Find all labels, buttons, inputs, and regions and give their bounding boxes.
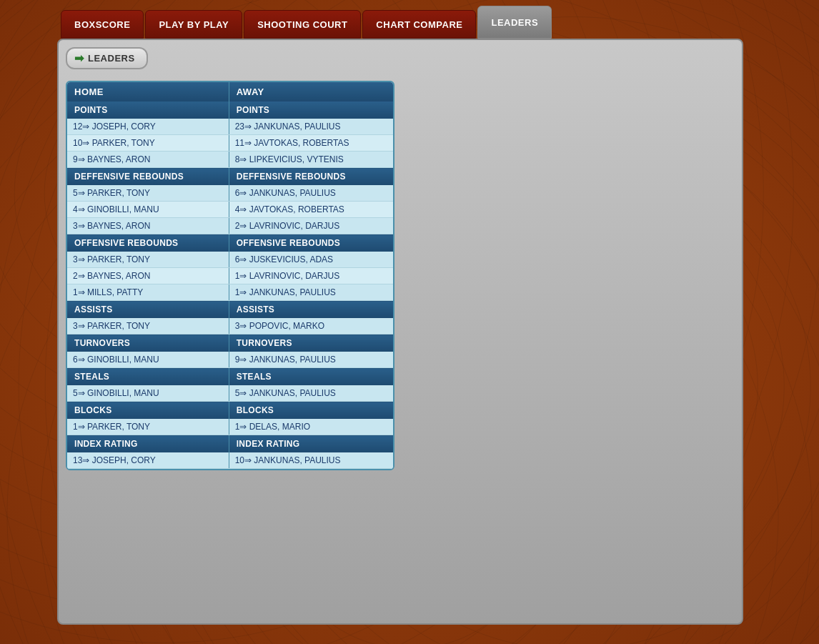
away-header: AWAY bbox=[229, 82, 393, 101]
category-home-3: ASSISTS bbox=[67, 301, 229, 319]
category-away-3: ASSISTS bbox=[229, 301, 393, 319]
away-cell-4-0: 9⇒ JANKUNAS, PAULIUS bbox=[229, 352, 393, 368]
tab-boxscore[interactable]: BOXSCORE bbox=[61, 10, 144, 39]
away-cell-2-1: 1⇒ LAVRINOVIC, DARJUS bbox=[229, 268, 393, 284]
category-row: OFFENSIVE REBOUNDSOFFENSIVE REBOUNDS bbox=[67, 234, 393, 252]
category-row: ASSISTSASSISTS bbox=[67, 301, 393, 319]
table-row: 3⇒ PARKER, TONY3⇒ POPOVIC, MARKO bbox=[67, 318, 393, 335]
tab-bar: BOXSCORE PLAY BY PLAY SHOOTING COURT CHA… bbox=[57, 0, 743, 39]
category-away-5: STEALS bbox=[229, 368, 393, 386]
away-cell-0-2: 8⇒ LIPKEVICIUS, VYTENIS bbox=[229, 152, 393, 168]
away-cell-0-1: 11⇒ JAVTOKAS, ROBERTAS bbox=[229, 135, 393, 152]
away-cell-6-0: 1⇒ DELAS, MARIO bbox=[229, 419, 393, 435]
category-row: BLOCKSBLOCKS bbox=[67, 402, 393, 420]
table-row: 3⇒ PARKER, TONY6⇒ JUSKEVICIUS, ADAS bbox=[67, 252, 393, 268]
category-row: INDEX RATINGINDEX RATING bbox=[67, 435, 393, 453]
table-row: 3⇒ BAYNES, ARON2⇒ LAVRINOVIC, DARJUS bbox=[67, 218, 393, 234]
away-cell-1-1: 4⇒ JAVTOKAS, ROBERTAS bbox=[229, 202, 393, 218]
category-away-4: TURNOVERS bbox=[229, 335, 393, 352]
away-cell-5-0: 5⇒ JANKUNAS, PAULIUS bbox=[229, 385, 393, 402]
leaders-table: HOME AWAY POINTSPOINTS12⇒ JOSEPH, CORY23… bbox=[67, 82, 393, 469]
away-cell-1-0: 6⇒ JANKUNAS, PAULIUS bbox=[229, 185, 393, 202]
table-row: 1⇒ MILLS, PATTY1⇒ JANKUNAS, PAULIUS bbox=[67, 284, 393, 301]
home-cell-4-0: 6⇒ GINOBILLI, MANU bbox=[67, 352, 229, 368]
category-home-0: POINTS bbox=[67, 101, 229, 119]
breadcrumb-arrow: ➡ bbox=[74, 51, 84, 65]
tab-leaders[interactable]: LEADERS bbox=[477, 6, 552, 39]
home-cell-2-0: 3⇒ PARKER, TONY bbox=[67, 252, 229, 268]
category-home-7: INDEX RATING bbox=[67, 435, 229, 453]
breadcrumb: ➡ LEADERS bbox=[66, 47, 148, 69]
table-row: 5⇒ PARKER, TONY6⇒ JANKUNAS, PAULIUS bbox=[67, 185, 393, 202]
category-away-0: POINTS bbox=[229, 101, 393, 119]
table-row: 6⇒ GINOBILLI, MANU9⇒ JANKUNAS, PAULIUS bbox=[67, 352, 393, 368]
table-row: 13⇒ JOSEPH, CORY10⇒ JANKUNAS, PAULIUS bbox=[67, 452, 393, 469]
away-cell-0-0: 23⇒ JANKUNAS, PAULIUS bbox=[229, 119, 393, 135]
category-home-4: TURNOVERS bbox=[67, 335, 229, 352]
home-cell-2-2: 1⇒ MILLS, PATTY bbox=[67, 284, 229, 301]
tab-chart-compare[interactable]: CHART COMPARE bbox=[362, 10, 476, 39]
table-row: 1⇒ PARKER, TONY1⇒ DELAS, MARIO bbox=[67, 419, 393, 435]
table-header-row: HOME AWAY bbox=[67, 82, 393, 101]
table-row: 5⇒ GINOBILLI, MANU5⇒ JANKUNAS, PAULIUS bbox=[67, 385, 393, 402]
home-cell-1-0: 5⇒ PARKER, TONY bbox=[67, 185, 229, 202]
main-container: BOXSCORE PLAY BY PLAY SHOOTING COURT CHA… bbox=[57, 0, 743, 644]
away-cell-3-0: 3⇒ POPOVIC, MARKO bbox=[229, 318, 393, 335]
home-cell-7-0: 13⇒ JOSEPH, CORY bbox=[67, 452, 229, 469]
category-home-2: OFFENSIVE REBOUNDS bbox=[67, 234, 229, 252]
category-away-1: DEFFENSIVE REBOUNDS bbox=[229, 168, 393, 186]
away-cell-2-2: 1⇒ JANKUNAS, PAULIUS bbox=[229, 284, 393, 301]
breadcrumb-label: LEADERS bbox=[88, 53, 135, 64]
category-row: DEFFENSIVE REBOUNDSDEFFENSIVE REBOUNDS bbox=[67, 168, 393, 186]
away-cell-7-0: 10⇒ JANKUNAS, PAULIUS bbox=[229, 452, 393, 469]
home-cell-5-0: 5⇒ GINOBILLI, MANU bbox=[67, 385, 229, 402]
home-header: HOME bbox=[67, 82, 229, 101]
category-away-2: OFFENSIVE REBOUNDS bbox=[229, 234, 393, 252]
tab-shooting-court[interactable]: SHOOTING COURT bbox=[244, 10, 361, 39]
away-cell-2-0: 6⇒ JUSKEVICIUS, ADAS bbox=[229, 252, 393, 268]
home-cell-1-1: 4⇒ GINOBILLI, MANU bbox=[67, 202, 229, 218]
home-cell-2-1: 2⇒ BAYNES, ARON bbox=[67, 268, 229, 284]
home-cell-3-0: 3⇒ PARKER, TONY bbox=[67, 318, 229, 335]
home-cell-0-1: 10⇒ PARKER, TONY bbox=[67, 135, 229, 152]
home-cell-1-2: 3⇒ BAYNES, ARON bbox=[67, 218, 229, 234]
home-cell-0-2: 9⇒ BAYNES, ARON bbox=[67, 152, 229, 168]
table-row: 10⇒ PARKER, TONY11⇒ JAVTOKAS, ROBERTAS bbox=[67, 135, 393, 152]
category-home-6: BLOCKS bbox=[67, 402, 229, 420]
tab-play-by-play[interactable]: PLAY BY PLAY bbox=[145, 10, 242, 39]
table-row: 2⇒ BAYNES, ARON1⇒ LAVRINOVIC, DARJUS bbox=[67, 268, 393, 284]
table-row: 4⇒ GINOBILLI, MANU4⇒ JAVTOKAS, ROBERTAS bbox=[67, 202, 393, 218]
category-row: STEALSSTEALS bbox=[67, 368, 393, 386]
category-home-1: DEFFENSIVE REBOUNDS bbox=[67, 168, 229, 186]
leaders-table-container: HOME AWAY POINTSPOINTS12⇒ JOSEPH, CORY23… bbox=[66, 81, 394, 470]
category-home-5: STEALS bbox=[67, 368, 229, 386]
category-away-6: BLOCKS bbox=[229, 402, 393, 420]
category-row: POINTSPOINTS bbox=[67, 101, 393, 119]
away-cell-1-2: 2⇒ LAVRINOVIC, DARJUS bbox=[229, 218, 393, 234]
home-cell-6-0: 1⇒ PARKER, TONY bbox=[67, 419, 229, 435]
category-row: TURNOVERSTURNOVERS bbox=[67, 335, 393, 352]
content-panel: ➡ LEADERS HOME AWAY POINTSPOINTS12⇒ JOSE… bbox=[57, 39, 743, 625]
table-row: 12⇒ JOSEPH, CORY23⇒ JANKUNAS, PAULIUS bbox=[67, 119, 393, 135]
home-cell-0-0: 12⇒ JOSEPH, CORY bbox=[67, 119, 229, 135]
category-away-7: INDEX RATING bbox=[229, 435, 393, 453]
table-row: 9⇒ BAYNES, ARON8⇒ LIPKEVICIUS, VYTENIS bbox=[67, 152, 393, 168]
